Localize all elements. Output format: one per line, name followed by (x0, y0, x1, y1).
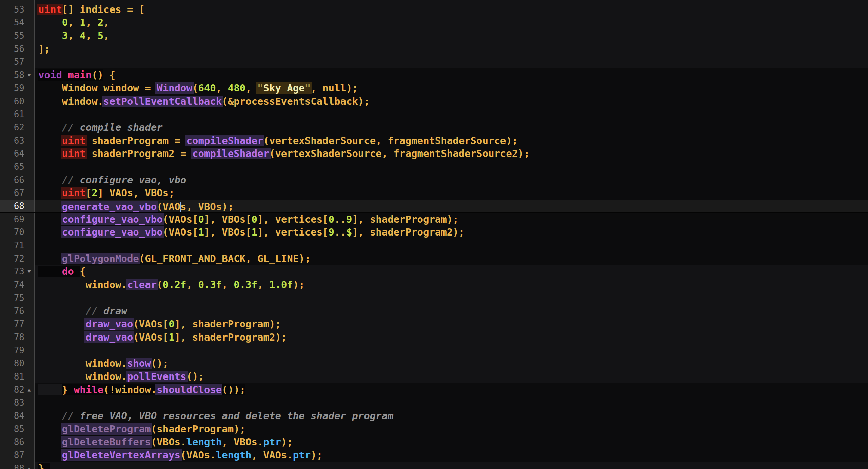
line-number[interactable]: 58 (0, 68, 24, 82)
token (38, 423, 62, 435)
code-text[interactable]: } (35, 462, 868, 469)
code-text[interactable]: configure_vao_vbo(VAOs[0], VBOs[0], vert… (35, 213, 868, 226)
code-text[interactable]: void main() { (35, 68, 868, 82)
token: ], shaderProgram2); (352, 226, 465, 238)
line-number[interactable]: 77 (0, 318, 24, 331)
line-number[interactable]: 78 (0, 331, 24, 344)
fold-end-icon[interactable]: ▲ (24, 383, 34, 396)
line-number[interactable]: 86 (0, 435, 24, 449)
code-text[interactable] (35, 396, 868, 409)
line-number[interactable]: 83 (0, 396, 24, 409)
token: , (68, 30, 80, 41)
line-number[interactable]: 60 (0, 95, 24, 108)
token: configure vao, vbo (74, 174, 186, 186)
line-number[interactable]: 76 (0, 305, 24, 318)
code-text[interactable] (35, 344, 868, 357)
code-text[interactable] (35, 160, 868, 174)
line-number[interactable]: 73 (0, 265, 24, 278)
line-number[interactable]: 79 (0, 344, 24, 357)
code-text[interactable]: uint shaderProgram2 = compileShader(vert… (35, 147, 868, 160)
line-number[interactable]: 88 (0, 462, 24, 469)
line-number[interactable]: 54 (0, 16, 24, 29)
code-text[interactable] (35, 0, 868, 3)
code-text[interactable]: window.pollEvents(); (35, 370, 868, 383)
code-text[interactable]: uint[] indices = [ (35, 3, 868, 16)
line-number[interactable]: 63 (0, 134, 24, 147)
code-text[interactable] (35, 108, 868, 121)
fold-end-icon[interactable]: ▲ (24, 462, 34, 469)
line-number[interactable]: 81 (0, 370, 24, 383)
token: ); (281, 436, 293, 448)
line-number[interactable]: 62 (0, 121, 24, 134)
line-number[interactable]: 52 (0, 0, 24, 3)
code-text[interactable]: 0, 1, 2, (35, 16, 868, 29)
line-number[interactable]: 82 (0, 383, 24, 396)
code-text[interactable]: // draw (35, 305, 868, 318)
code-text[interactable]: generate_vao_vbo(VAOs, VBOs); (35, 200, 868, 212)
code-text[interactable]: do { (35, 265, 868, 278)
token: length (216, 449, 252, 461)
line-number[interactable]: 66 (0, 174, 24, 187)
code-text[interactable]: configure_vao_vbo(VAOs[1], VBOs[1], vert… (35, 226, 868, 239)
line-number[interactable]: 70 (0, 226, 24, 239)
line-number[interactable]: 74 (0, 278, 24, 291)
code-text[interactable]: uint[2] VAOs, VBOs; (35, 186, 868, 200)
code-text[interactable]: window.clear(0.2f, 0.3f, 0.3f, 1.0f); (35, 278, 868, 291)
line-number[interactable]: 68 (0, 200, 24, 213)
fold-expanded-icon[interactable]: ▼ (24, 68, 34, 82)
line-number[interactable]: 71 (0, 239, 24, 252)
code-text[interactable] (35, 239, 868, 252)
code-text[interactable]: glDeleteBuffers(VBOs.length, VBOs.ptr); (35, 435, 868, 449)
code-text[interactable]: // compile shader (35, 121, 868, 134)
code-text[interactable]: // configure vao, vbo (35, 174, 868, 187)
gutter: 79 (0, 344, 35, 357)
code-text[interactable]: uint shaderProgram = compileShader(verte… (35, 134, 868, 147)
line-number[interactable]: 53 (0, 3, 24, 16)
gutter: 82▲ (0, 383, 35, 396)
line-number[interactable]: 75 (0, 291, 24, 305)
code-text[interactable] (35, 291, 868, 305)
token: , VAOs. (252, 449, 293, 461)
gutter: 78 (0, 331, 35, 344)
line-number[interactable]: 57 (0, 55, 24, 68)
code-text[interactable]: draw_vao(VAOs[0], shaderProgram); (35, 318, 868, 331)
line-number[interactable]: 69 (0, 213, 24, 226)
text-caret (180, 202, 181, 212)
line-number[interactable]: 64 (0, 147, 24, 160)
code-line-row: 79 (0, 344, 868, 357)
line-number[interactable]: 61 (0, 108, 24, 121)
line-number[interactable]: 56 (0, 42, 24, 56)
token: main (68, 69, 92, 81)
token: { (103, 69, 115, 81)
token: 9 (329, 226, 334, 238)
line-number[interactable]: 80 (0, 357, 24, 370)
line-number[interactable]: 59 (0, 82, 24, 95)
line-number[interactable]: 65 (0, 160, 24, 174)
token: 2 (98, 17, 103, 28)
line-number[interactable]: 87 (0, 449, 24, 462)
code-text[interactable]: glDeleteVertexArrays(VAOs.length, VAOs.p… (35, 449, 868, 462)
gutter: 80 (0, 357, 35, 370)
code-line-row: 57 (0, 55, 868, 68)
code-text[interactable]: glPolygonMode(GL_FRONT_AND_BACK, GL_LINE… (35, 252, 868, 265)
line-number[interactable]: 72 (0, 252, 24, 265)
line-number[interactable]: 67 (0, 186, 24, 200)
code-text[interactable] (35, 55, 868, 68)
code-text[interactable]: window.setPollEventCallback(&processEven… (35, 95, 868, 108)
token: glDeleteProgram (61, 423, 152, 435)
fold-expanded-icon[interactable]: ▼ (24, 265, 34, 278)
code-text[interactable]: window.show(); (35, 357, 868, 370)
code-text[interactable]: glDeleteProgram(shaderProgram); (35, 423, 868, 436)
code-text[interactable]: 3, 4, 5, (35, 29, 868, 42)
code-text[interactable]: Window window = Window(640, 480, "Sky Ag… (35, 82, 868, 95)
code-text[interactable]: ]; (35, 42, 868, 56)
line-number[interactable]: 55 (0, 29, 24, 42)
token: (VAOs[ (133, 318, 169, 330)
code-text[interactable]: } while(!window.shouldClose()); (35, 383, 868, 396)
code-text[interactable]: draw_vao(VAOs[1], shaderProgram2); (35, 331, 868, 344)
code-editor: 5253uint[] indices = [54 0, 1, 2,55 3, 4… (0, 0, 868, 469)
line-number[interactable]: 84 (0, 409, 24, 423)
code-text[interactable]: // free VAO, VBO resources and delete th… (35, 409, 868, 423)
gutter: 68 (0, 200, 35, 212)
line-number[interactable]: 85 (0, 423, 24, 436)
